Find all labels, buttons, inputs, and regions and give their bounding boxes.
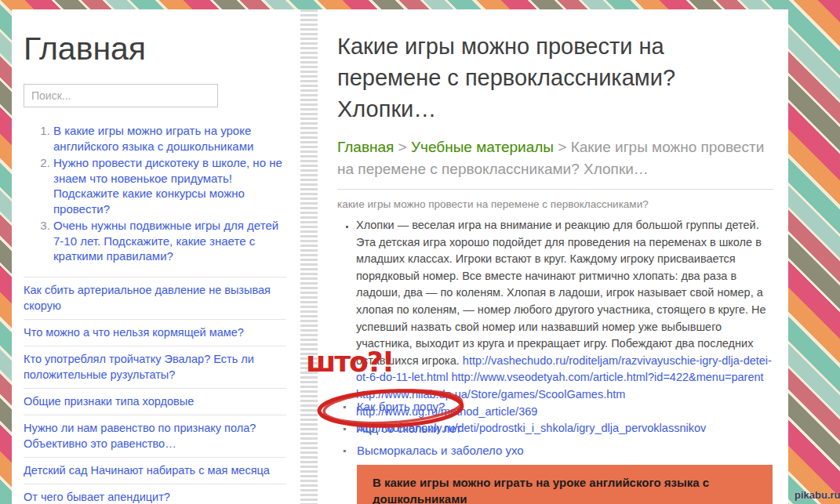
sidebar-link[interactable]: Что можно а что нельзя кормящей маме?: [24, 326, 244, 339]
answer-text: Хлопки — веселая игра на внимание и реак…: [356, 219, 766, 367]
breadcrumb: Главная > Учебные материалы > Какие игры…: [337, 136, 773, 180]
banner-title: В какие игры можно играть на уроке англи…: [373, 474, 757, 504]
divider-line: [337, 189, 773, 190]
sidebar-title: Главная: [24, 30, 286, 67]
sidebar-link[interactable]: Кто употреблял тройчатку Эвалар? Есть ли…: [24, 353, 254, 381]
list-item: От чего бывает апендицит?: [24, 484, 286, 504]
search-input[interactable]: [24, 84, 218, 107]
breadcrumb-home-link[interactable]: Главная: [337, 139, 394, 155]
answer-link[interactable]: http://www.vseodetyah.com/article.html?i…: [451, 371, 763, 383]
list-item: В какие игры можно играть на уроке англи…: [53, 123, 286, 154]
sidebar-link[interactable]: Нужно ли нам равенство по признаку пола?…: [24, 422, 256, 450]
list-item: Общие признаки типа хордовые: [24, 388, 286, 415]
sidebar-link[interactable]: Общие признаки типа хордовые: [24, 395, 194, 408]
next-question-banner[interactable]: В какие игры можно играть на уроке англи…: [357, 465, 773, 504]
question-subtitle: какие игры можно провести на перемене с …: [337, 198, 773, 210]
question-link[interactable]: Нужно провести дискотеку в школе, но не …: [53, 156, 282, 216]
meme-annotation-text: што?!: [306, 346, 393, 378]
page-title: Какие игры можно провести на перемене с …: [337, 31, 773, 125]
list-item: Очень нужны подвижные игры для детей 7-1…: [53, 218, 286, 264]
sidebar-link[interactable]: Детский сад Начинают набирать с мая меся…: [24, 464, 270, 477]
list-item: Нужно ли нам равенство по признаку пола?…: [24, 415, 286, 457]
watermark: pikabu.ru: [795, 489, 840, 501]
breadcrumb-separator: >: [398, 139, 407, 155]
list-item: Детский сад Начинают набирать с мая меся…: [24, 457, 286, 484]
sidebar-links-list: Как сбить артериальное давление не вызыв…: [24, 277, 286, 504]
list-item: Кто употреблял тройчатку Эвалар? Есть ли…: [24, 346, 286, 388]
sidebar-link[interactable]: Как сбить артериальное давление не вызыв…: [24, 284, 271, 312]
question-link[interactable]: Очень нужны подвижные игры для детей 7-1…: [53, 219, 278, 263]
question-link[interactable]: В какие игры можно играть на уроке англи…: [53, 124, 253, 153]
column-divider-stripes: [300, 9, 318, 504]
breadcrumb-separator: >: [558, 139, 566, 155]
breadcrumb-section-link[interactable]: Учебные материалы: [411, 139, 554, 155]
related-link[interactable]: Высморкалась и заболело ухо: [357, 444, 524, 457]
sidebar-link[interactable]: От чего бывает апендицит?: [24, 491, 170, 503]
top-questions-list: В какие игры можно играть на уроке англи…: [24, 123, 286, 264]
list-item: Что можно а что нельзя кормящей маме?: [24, 319, 286, 346]
list-item: Высморкалась и заболело ухо: [343, 444, 524, 458]
list-item: Как сбить артериальное давление не вызыв…: [24, 277, 286, 319]
sidebar: Главная В какие игры можно играть на уро…: [24, 9, 286, 504]
red-circle-annotation: [315, 385, 467, 433]
list-item: Нужно провести дискотеку в школе, но не …: [53, 155, 286, 216]
main-content: Какие игры можно провести на перемене с …: [337, 9, 773, 437]
